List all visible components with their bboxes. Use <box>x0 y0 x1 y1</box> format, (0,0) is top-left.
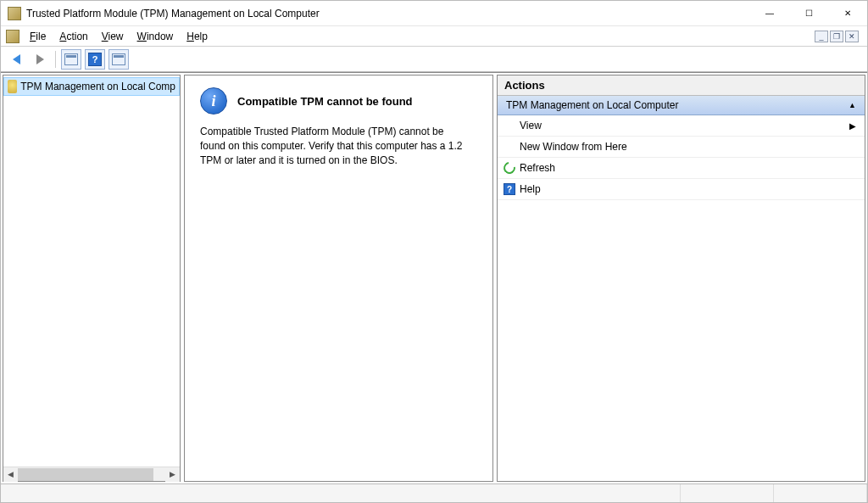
window-title: Trusted Platform Module (TPM) Management… <box>26 8 750 20</box>
help-button[interactable]: ? <box>85 49 105 70</box>
action-help[interactable]: ? Help <box>498 179 865 200</box>
maximize-button[interactable]: ☐ <box>789 1 828 26</box>
toolbar: ? <box>1 47 867 72</box>
action-refresh-label: Refresh <box>520 162 555 174</box>
mdi-minimize-button[interactable]: _ <box>815 31 828 42</box>
action-view-label: View <box>520 120 542 131</box>
mdi-restore-button[interactable]: ❐ <box>830 31 843 42</box>
refresh-icon <box>503 161 516 175</box>
menu-file-rest: ile <box>36 31 46 42</box>
titlebar: Trusted Platform Module (TPM) Management… <box>1 1 867 26</box>
pane-icon <box>64 53 78 65</box>
menu-file[interactable]: File <box>23 29 53 44</box>
minimize-button[interactable]: — <box>750 1 789 26</box>
console-tree: TPM Management on Local Comp <box>3 75 180 467</box>
close-button[interactable]: ✕ <box>828 1 867 26</box>
app-icon <box>8 7 21 20</box>
menu-view[interactable]: View <box>95 29 131 44</box>
console-tree-pane: TPM Management on Local Comp ◀ ▶ <box>3 75 181 482</box>
forward-button[interactable] <box>30 49 50 70</box>
tree-item-label: TPM Management on Local Comp <box>20 81 175 92</box>
mdi-close-button[interactable]: ✕ <box>845 31 859 42</box>
submenu-arrow-icon: ▶ <box>849 121 856 131</box>
mdi-controls: _ ❐ ✕ <box>815 31 862 42</box>
action-refresh[interactable]: Refresh <box>498 158 865 179</box>
result-content: i Compatible TPM cannot be found Compati… <box>185 75 492 179</box>
tpm-icon <box>8 80 17 93</box>
message-body: Compatible Trusted Platform Module (TPM)… <box>200 125 463 167</box>
info-icon: i <box>200 87 227 115</box>
menubar: File Action View Window Help _ ❐ ✕ <box>1 26 867 47</box>
show-hide-action-pane-button[interactable] <box>108 49 129 70</box>
action-new-window[interactable]: New Window from Here <box>498 137 865 158</box>
help-icon: ? <box>503 182 516 196</box>
actions-body: TPM Management on Local Computer ▲ View … <box>498 96 865 481</box>
result-pane: i Compatible TPM cannot be found Compati… <box>184 75 493 482</box>
menu-app-icon <box>6 30 19 43</box>
arrow-left-icon <box>13 54 20 64</box>
show-hide-console-tree-button[interactable] <box>61 49 81 70</box>
actions-pane: Actions TPM Management on Local Computer… <box>497 75 865 482</box>
blank-icon <box>503 140 516 154</box>
tree-horizontal-scrollbar[interactable]: ◀ ▶ <box>3 467 180 481</box>
menu-window[interactable]: Window <box>131 29 181 44</box>
action-help-label: Help <box>520 183 541 195</box>
scroll-left-button[interactable]: ◀ <box>3 467 18 482</box>
main-area: TPM Management on Local Comp ◀ ▶ i Compa… <box>1 72 867 483</box>
message-title: Compatible TPM cannot be found <box>237 95 413 108</box>
status-cell-1 <box>1 484 681 502</box>
help-icon: ? <box>88 53 102 66</box>
back-button[interactable] <box>6 49 26 70</box>
toolbar-separator <box>55 51 56 68</box>
scroll-thumb[interactable] <box>18 468 153 481</box>
collapse-icon: ▲ <box>849 101 856 109</box>
scroll-right-button[interactable]: ▶ <box>165 467 180 482</box>
window-controls: — ☐ ✕ <box>750 1 867 26</box>
blank-icon <box>503 119 516 132</box>
arrow-right-icon <box>36 54 44 64</box>
status-cell-3 <box>774 484 867 502</box>
menu-help[interactable]: Help <box>180 29 214 44</box>
pane-icon-2 <box>112 53 125 65</box>
statusbar <box>1 483 867 502</box>
status-cell-2 <box>681 484 774 502</box>
actions-pane-title: Actions <box>498 75 865 96</box>
message-header: i Compatible TPM cannot be found <box>200 87 477 115</box>
action-new-window-label: New Window from Here <box>520 141 627 153</box>
action-view[interactable]: View ▶ <box>498 115 865 137</box>
actions-section-label: TPM Management on Local Computer <box>506 99 678 111</box>
actions-section-header[interactable]: TPM Management on Local Computer ▲ <box>498 96 865 115</box>
tree-item-tpm-management[interactable]: TPM Management on Local Comp <box>3 77 180 96</box>
menu-action[interactable]: Action <box>53 29 94 44</box>
